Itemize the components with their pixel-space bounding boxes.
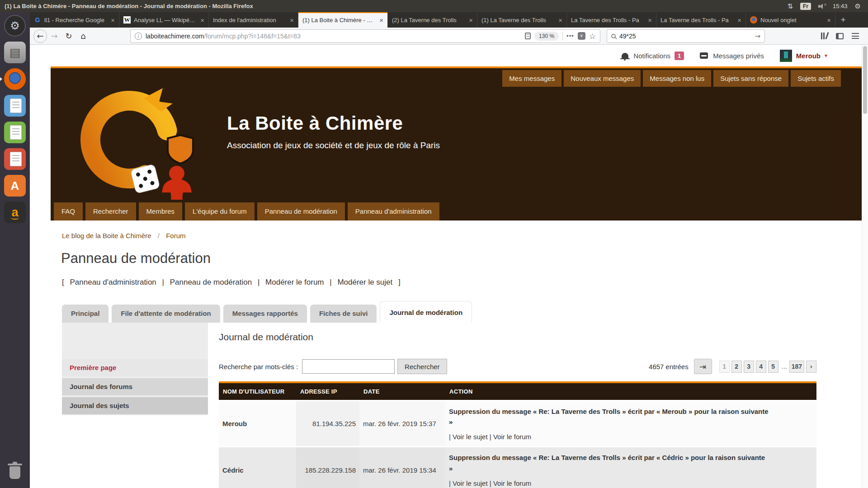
scrollbar-track[interactable] [862,45,868,488]
trash-icon[interactable] [4,462,26,483]
page-3[interactable]: 3 [744,361,754,373]
tab-messages-rapportes[interactable]: Messages rapportés [223,305,307,323]
menu-panneau-administration[interactable]: Panneau d'administration [348,202,439,221]
libreoffice-writer-icon[interactable] [4,95,26,117]
pocket-icon[interactable]: ∨ [578,32,585,40]
tab-journal-de-moderation[interactable]: Journal de modération [380,301,472,323]
page-2[interactable]: 2 [731,361,742,373]
close-tab-icon[interactable]: × [737,16,741,24]
private-messages-link[interactable]: Messages privés [713,52,764,60]
libreoffice-impress-icon[interactable] [4,148,26,170]
quicklink-sujets-actifs[interactable]: Sujets actifs [791,70,841,87]
site-logo[interactable] [76,84,198,200]
link-panneau-administration[interactable]: Panneau d'administration [70,278,156,286]
menu-rechercher[interactable]: Rechercher [85,202,136,221]
site-title[interactable]: La Boite à Chimère [227,113,440,134]
file-manager-icon[interactable]: ▤ [4,42,26,63]
page-last[interactable]: 187 [789,361,804,373]
close-tab-icon[interactable]: × [379,16,383,24]
user-avatar[interactable] [780,50,792,62]
menu-icon[interactable] [852,33,859,39]
keyboard-layout-indicator[interactable]: Fr [800,3,811,10]
voir-le-forum-link[interactable]: Voir le forum [493,433,531,441]
new-tab-button[interactable]: + [835,12,851,28]
link-moderer-sujet[interactable]: Modérer le sujet [337,278,392,286]
reader-mode-icon[interactable] [525,33,531,39]
tab-wikipedia[interactable]: W Analyse LL — Wikipédia × [119,12,209,28]
notifications-link[interactable]: Notifications [633,52,670,60]
mcp-panel: Première page Journal des forums Journal… [62,323,819,488]
forward-button[interactable]: → [47,29,61,43]
close-tab-icon[interactable]: × [469,16,473,24]
clock[interactable]: 15:43 [833,3,848,9]
menu-membres[interactable]: Membres [139,202,183,221]
volume-muted-icon[interactable]: × [818,4,826,9]
link-panneau-moderation[interactable]: Panneau de modération [170,278,252,286]
url-bar[interactable]: i laboiteachimere.com/forum/mcp.php?i=14… [130,29,600,43]
tab-taverne-1[interactable]: (1) La Taverne des Trolls × [477,12,567,28]
libreoffice-calc-icon[interactable] [4,122,26,143]
quicklink-nouveaux-messages[interactable]: Nouveaux messages [564,70,641,87]
close-tab-icon[interactable]: × [827,16,831,24]
tab-principal[interactable]: Principal [62,305,108,323]
ubuntu-software-icon[interactable]: A [4,175,26,197]
sidebar-item-journal-forums[interactable]: Journal des forums [62,378,208,395]
sidebar-item-journal-sujets[interactable]: Journal des sujets [62,397,208,414]
quicklink-messages-non-lus[interactable]: Messages non lus [643,70,711,87]
sidebar-item-premiere-page[interactable]: Première page [62,359,208,376]
close-tab-icon[interactable]: × [648,16,652,24]
zoom-level-badge[interactable]: 130 % [534,32,559,41]
page-4[interactable]: 4 [756,361,766,373]
tab-admin-index[interactable]: Index de l'administration × [209,12,298,28]
session-gear-icon[interactable]: ⚙ [855,2,861,10]
sidebar-toggle-icon[interactable] [836,33,844,39]
jump-to-page-button[interactable]: ⇥ [694,359,712,374]
network-indicator-icon[interactable]: ⇅ [787,2,793,10]
link-moderer-forum[interactable]: Modérer le forum [265,278,324,286]
bookmark-star-icon[interactable]: ☆ [589,32,596,41]
quicklink-sujets-sans-reponse[interactable]: Sujets sans réponse [713,70,788,87]
dash-icon[interactable]: ⚙ [4,15,26,37]
log-username[interactable]: Meroub [219,400,296,447]
tab-new-tab-page[interactable]: Nouvel onglet × [746,12,835,28]
voir-le-forum-link[interactable]: Voir le forum [493,479,531,487]
keyword-search-input[interactable] [302,359,395,374]
home-button[interactable]: ⌂ [76,29,90,43]
menu-equipe[interactable]: L'équipe du forum [185,202,255,221]
tab-google-search[interactable]: G ll1 - Recherche Google × [30,12,119,28]
page-actions-icon[interactable]: ••• [566,33,574,39]
search-input[interactable] [619,33,751,40]
voir-le-sujet-link[interactable]: Voir le sujet [453,479,488,487]
page-5[interactable]: 5 [768,361,778,373]
library-icon[interactable] [820,33,828,39]
tab-fiches-de-suivi[interactable]: Fiches de suivi [310,305,377,323]
tab-taverne-pa1[interactable]: La Taverne des Trolls - Pa × [567,12,656,28]
site-info-icon[interactable]: i [135,33,142,40]
tab-boite-a-chimere-active[interactable]: (1) La Boite à Chimère - Pan × [298,12,388,28]
menu-panneau-moderation[interactable]: Panneau de modération [257,202,345,221]
amazon-icon[interactable]: a [4,202,26,223]
firefox-icon[interactable] [4,68,26,90]
voir-le-sujet-link[interactable]: Voir le sujet [453,433,488,441]
reload-button[interactable]: ↻ [61,29,76,43]
log-username[interactable]: Cédric [219,447,296,488]
search-bar[interactable]: → [607,29,765,43]
scrollbar-thumb[interactable] [863,46,867,114]
tab-taverne-2[interactable]: (2) La Taverne des Trolls × [388,12,477,28]
close-tab-icon[interactable]: × [111,16,115,24]
close-tab-icon[interactable]: × [200,16,204,24]
user-menu-dropdown-icon[interactable]: ▾ [825,52,827,59]
close-tab-icon[interactable]: × [290,16,294,24]
search-go-icon[interactable]: → [755,32,760,40]
username-link[interactable]: Meroub [796,52,821,60]
tab-file-attente[interactable]: File d'attente de modération [112,305,220,323]
tab-taverne-pa2[interactable]: La Taverne des Trolls - Pa × [656,12,746,28]
breadcrumb-blog[interactable]: Le blog de la Boite à Chimère [62,232,151,239]
back-button[interactable]: ← [33,29,47,43]
next-page-button[interactable]: › [806,361,816,373]
breadcrumb-forum[interactable]: Forum [166,232,185,239]
close-tab-icon[interactable]: × [558,16,562,24]
rechercher-button[interactable]: Rechercher [397,359,447,374]
menu-faq[interactable]: FAQ [54,202,83,221]
quicklink-mes-messages[interactable]: Mes messages [502,70,561,87]
